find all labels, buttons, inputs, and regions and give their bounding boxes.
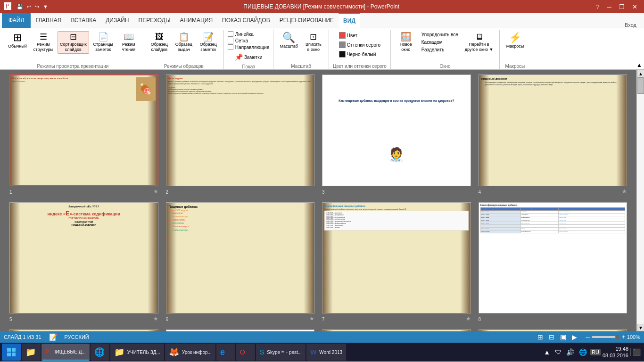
language-indicator[interactable]: RU: [590, 349, 601, 355]
reading-view-status-btn[interactable]: ▣: [559, 333, 567, 341]
tab-insert[interactable]: ВСТАВКА: [66, 13, 101, 28]
zoom-bar[interactable]: [592, 336, 620, 338]
ribbon-expand[interactable]: ▲: [636, 62, 642, 69]
slide-thumbnail-5[interactable]: Загадочный «Е» ???? индекс «Е»-система к…: [9, 202, 158, 314]
slide5-title: Загадочный «Е» ????: [12, 205, 156, 208]
opera-icon: O: [240, 348, 245, 356]
grid-checkbox-box: [228, 38, 233, 43]
help-button[interactable]: ?: [594, 2, 603, 11]
undo-button[interactable]: ↩: [25, 3, 33, 10]
qa-extra-button[interactable]: ▼: [41, 3, 50, 10]
notes-page-button[interactable]: 📄 Страницызаметок: [91, 31, 116, 54]
scrollbar[interactable]: ▲ ▼: [636, 70, 644, 331]
macros-button[interactable]: ⚡ Макросы: [504, 31, 526, 50]
taskbar-powerpoint[interactable]: P ПИЩЕВЫЕ Д...: [41, 344, 90, 361]
scroll-up-button[interactable]: ▲: [637, 70, 644, 77]
slide4-title: Пищевые добавки -: [481, 77, 625, 80]
tray-volume-icon[interactable]: 🔊: [565, 348, 576, 356]
taskbar-tray: ▲ 🛡 🔊 🌐 RU 19:48 08.03.2016 ⬛: [542, 346, 642, 359]
slide7-content: Е100-Е199 — красители Е200-Е299 — консер…: [324, 211, 469, 230]
switch-window-button[interactable]: 🖥 Перейти вдругое окно ▼: [462, 31, 496, 54]
handout-master-button[interactable]: 📋 Образецвыдач: [173, 31, 195, 54]
slide-wrapper-9: Опасные добавки Подробнее 9: [9, 329, 158, 331]
scroll-down-button[interactable]: ▼: [637, 324, 644, 331]
fit-window-button[interactable]: ⊡ Вписатьв окно: [302, 31, 325, 54]
tray-network-icon[interactable]: 🌐: [578, 348, 588, 356]
start-button[interactable]: [2, 344, 21, 361]
notes-button[interactable]: 📌 Заметки: [232, 52, 264, 62]
clock-date: 08.03.2016: [603, 352, 628, 359]
reading-button[interactable]: 📖 Режимчтения: [117, 31, 140, 54]
guides-checkbox[interactable]: Направляющие: [228, 44, 270, 50]
sorter-button[interactable]: ⊟ Сортировщикслайдов: [58, 31, 89, 54]
zoom-out-button[interactable]: ─: [586, 334, 590, 340]
tab-file[interactable]: ФАЙЛ: [2, 13, 31, 28]
tab-transitions[interactable]: ПЕРЕХОДЫ: [134, 13, 175, 28]
tray-antivirus-icon[interactable]: 🛡: [553, 348, 563, 356]
slide-thumbnail-6[interactable]: Пищевые добавки: (около 500 видов) Краси…: [166, 202, 315, 314]
save-button[interactable]: 💾: [15, 3, 25, 10]
signin-button[interactable]: Вход: [619, 22, 642, 28]
outline-view-button[interactable]: ☰ Режимструктуры: [31, 31, 56, 54]
ruler-checkbox[interactable]: Линейка: [228, 31, 254, 37]
zoom-slider-thumb[interactable]: [615, 335, 620, 339]
taskbar-explorer[interactable]: 📁: [22, 344, 41, 361]
color-button[interactable]: Цвет: [337, 31, 365, 40]
slide-thumbnail-8[interactable]: Классификация пищевых добавок Классифика…: [479, 202, 627, 314]
zoom-in-button[interactable]: +: [622, 334, 625, 340]
slideshow-status-btn[interactable]: ▶: [571, 333, 578, 341]
taskbar-ie[interactable]: e: [216, 344, 235, 361]
slide-thumbnail-9[interactable]: Опасные добавки Подробнее: [9, 329, 158, 331]
color-title: Цвет или оттенки серого: [333, 62, 387, 69]
slide-thumbnail-1[interactable]: Все есть яд, все есть лекарство, важна л…: [9, 74, 158, 186]
tray-up-icon[interactable]: ▲: [542, 348, 552, 356]
slide-master-button[interactable]: 🖼 Образецслайдов: [148, 31, 171, 54]
slide-thumbnail-10[interactable]: ТАБЛИЦА ВРЕДНЫХ ПИЩЕВЫХ ДОБАВОК ОЧЕНЬ ОП…: [166, 329, 315, 331]
slide-thumbnail-3[interactable]: Как пищевые добавки, входящие в состав п…: [322, 74, 471, 186]
taskbar-firefox[interactable]: 🦊 Урок инфор...: [165, 344, 215, 361]
slide-thumbnail-12[interactable]: Конфеты «Натс» Конфеты «Натс» с молочным…: [479, 329, 627, 331]
title-bar-controls: ? ─ ❐ ✕: [594, 2, 640, 11]
tab-home[interactable]: ГЛАВНАЯ: [31, 13, 66, 28]
slide-thumbnail-11[interactable]: Пищевые добавки:вред или польза: [322, 329, 471, 331]
maximize-button[interactable]: ❐: [616, 2, 627, 11]
tab-slideshow[interactable]: ПОКАЗ СЛАЙДОВ: [217, 13, 275, 28]
taskbar-skype[interactable]: S Skype™ - pest...: [256, 344, 305, 361]
new-window-button[interactable]: 🪟 Новоеокно: [395, 31, 417, 54]
spell-check-icon[interactable]: 📝: [49, 333, 57, 341]
zoom-button[interactable]: 🔍 Масштаб: [277, 31, 300, 50]
zoom-slider[interactable]: [592, 336, 620, 338]
svg-rect-1: [12, 348, 16, 352]
main-area: Все есть яд, все есть лекарство, важна л…: [0, 70, 644, 331]
cascade-button[interactable]: Каскадом: [419, 39, 461, 46]
scroll-thumb[interactable]: [637, 77, 644, 94]
taskbar-opera[interactable]: O: [236, 344, 255, 361]
slide-thumbnail-7[interactable]: Классификация пищевых добавок. Каждой пи…: [322, 202, 471, 314]
ppt-icon: P: [45, 348, 50, 355]
arrange-all-button[interactable]: Упорядочить все: [419, 31, 461, 38]
normal-view-button[interactable]: ⊞ Обычный: [6, 31, 29, 50]
slide-thumbnail-2[interactable]: Цель задачи: узнать о пищевых добавках в…: [166, 74, 315, 186]
show-desktop-icon[interactable]: ⬛: [630, 348, 642, 356]
tab-view[interactable]: ВИД: [339, 13, 360, 28]
taskbar-folder[interactable]: 📁 УЧИТЕЛЬ ЗД...: [110, 344, 164, 361]
grid-checkbox[interactable]: Сетка: [228, 38, 248, 43]
bw-button[interactable]: Черно-белый: [337, 50, 379, 58]
taskbar-chrome[interactable]: 🌐: [91, 344, 109, 361]
tab-animations[interactable]: АНИМАЦИЯ: [175, 13, 217, 28]
sorter-view-status-btn[interactable]: ⊟: [548, 333, 555, 341]
grayscale-button[interactable]: Оттенки серого: [337, 41, 383, 49]
tab-design[interactable]: ДИЗАЙН: [101, 13, 133, 28]
slide-wrapper-10: ТАБЛИЦА ВРЕДНЫХ ПИЩЕВЫХ ДОБАВОК ОЧЕНЬ ОП…: [166, 329, 315, 331]
redo-button[interactable]: ↪: [33, 3, 41, 10]
slide3-image: 🧑‍⚕️: [388, 147, 405, 162]
normal-view-status-btn[interactable]: ⊞: [537, 333, 544, 341]
split-button[interactable]: Разделить: [419, 46, 461, 53]
notes-master-button[interactable]: 📝 Образецзаметок: [197, 31, 220, 54]
tab-review[interactable]: РЕЦЕНЗИРОВАНИЕ: [275, 13, 339, 28]
taskbar-word[interactable]: W Word 2013: [306, 344, 346, 361]
minimize-button[interactable]: ─: [604, 2, 614, 11]
close-button[interactable]: ✕: [629, 2, 640, 11]
zoom-level: 100%: [627, 334, 640, 340]
slide-thumbnail-4[interactable]: Пищевые добавки - Это природные соединен…: [479, 74, 627, 186]
